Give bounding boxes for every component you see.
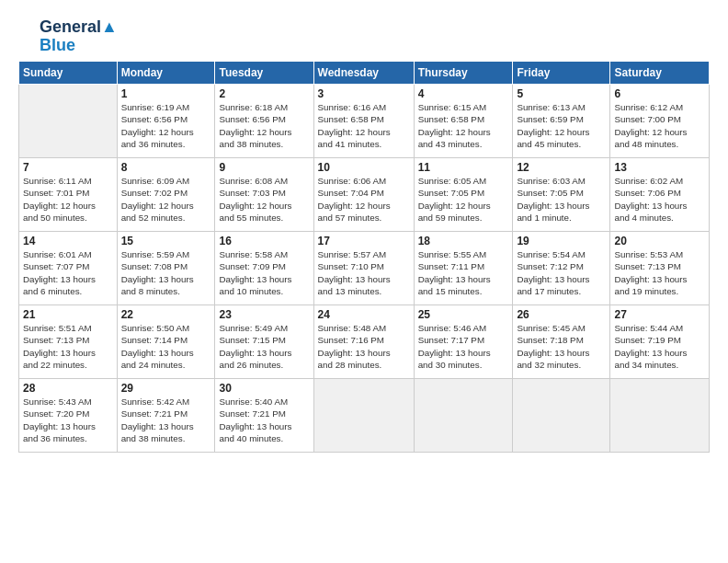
- day-number: 2: [219, 87, 309, 100]
- day-info: Sunrise: 5:45 AMSunset: 7:18 PMDaylight:…: [517, 322, 606, 372]
- day-number: 3: [318, 87, 410, 100]
- day-number: 6: [614, 87, 705, 100]
- calendar-header-tuesday: Tuesday: [215, 61, 313, 84]
- day-info: Sunrise: 5:51 AMSunset: 7:13 PMDaylight:…: [23, 322, 113, 372]
- calendar-cell: 20Sunrise: 5:53 AMSunset: 7:13 PMDayligh…: [610, 231, 710, 304]
- day-info: Sunrise: 5:53 AMSunset: 7:13 PMDaylight:…: [614, 248, 705, 298]
- calendar-cell: 13Sunrise: 6:02 AMSunset: 7:06 PMDayligh…: [610, 157, 710, 231]
- calendar-cell: 4Sunrise: 6:15 AMSunset: 6:58 PMDaylight…: [414, 84, 513, 157]
- day-number: 8: [121, 161, 211, 174]
- calendar-cell: 23Sunrise: 5:49 AMSunset: 7:15 PMDayligh…: [215, 304, 313, 378]
- day-number: 19: [517, 235, 606, 247]
- day-number: 18: [418, 235, 509, 247]
- day-info: Sunrise: 5:42 AMSunset: 7:21 PMDaylight:…: [121, 396, 211, 445]
- calendar-cell: [610, 378, 710, 452]
- day-info: Sunrise: 6:03 AMSunset: 7:05 PMDaylight:…: [517, 175, 606, 224]
- day-info: Sunrise: 5:55 AMSunset: 7:11 PMDaylight:…: [418, 248, 509, 298]
- logo: General▲ Blue: [18, 18, 118, 55]
- day-number: 4: [418, 87, 509, 100]
- day-info: Sunrise: 5:49 AMSunset: 7:15 PMDaylight:…: [219, 322, 309, 372]
- calendar-cell: 21Sunrise: 5:51 AMSunset: 7:13 PMDayligh…: [19, 304, 118, 378]
- day-info: Sunrise: 5:43 AMSunset: 7:20 PMDaylight:…: [23, 396, 113, 445]
- day-number: 24: [318, 308, 410, 321]
- calendar-cell: 18Sunrise: 5:55 AMSunset: 7:11 PMDayligh…: [414, 231, 513, 304]
- calendar-cell: 11Sunrise: 6:05 AMSunset: 7:05 PMDayligh…: [414, 157, 513, 231]
- calendar-cell: 10Sunrise: 6:06 AMSunset: 7:04 PMDayligh…: [313, 157, 414, 231]
- day-number: 12: [517, 161, 606, 174]
- day-info: Sunrise: 6:02 AMSunset: 7:06 PMDaylight:…: [614, 175, 705, 224]
- calendar-cell: 26Sunrise: 5:45 AMSunset: 7:18 PMDayligh…: [513, 304, 610, 378]
- day-info: Sunrise: 6:18 AMSunset: 6:56 PMDaylight:…: [219, 101, 309, 151]
- calendar-week-5: 28Sunrise: 5:43 AMSunset: 7:20 PMDayligh…: [19, 378, 710, 452]
- day-info: Sunrise: 5:40 AMSunset: 7:21 PMDaylight:…: [219, 396, 309, 445]
- day-number: 11: [418, 161, 509, 174]
- day-number: 5: [517, 87, 606, 100]
- day-info: Sunrise: 5:54 AMSunset: 7:12 PMDaylight:…: [517, 248, 606, 298]
- calendar-cell: 8Sunrise: 6:09 AMSunset: 7:02 PMDaylight…: [117, 157, 215, 231]
- calendar-cell: 3Sunrise: 6:16 AMSunset: 6:58 PMDaylight…: [313, 84, 414, 157]
- calendar-cell: [19, 84, 118, 157]
- calendar-cell: [513, 378, 610, 452]
- calendar-cell: 6Sunrise: 6:12 AMSunset: 7:00 PMDaylight…: [610, 84, 710, 157]
- calendar-header-wednesday: Wednesday: [313, 61, 414, 84]
- calendar-cell: 19Sunrise: 5:54 AMSunset: 7:12 PMDayligh…: [513, 231, 610, 304]
- calendar-cell: 1Sunrise: 6:19 AMSunset: 6:56 PMDaylight…: [117, 84, 215, 157]
- day-number: 1: [121, 87, 211, 100]
- calendar-cell: 9Sunrise: 6:08 AMSunset: 7:03 PMDaylight…: [215, 157, 313, 231]
- calendar-cell: 15Sunrise: 5:59 AMSunset: 7:08 PMDayligh…: [117, 231, 215, 304]
- day-info: Sunrise: 6:15 AMSunset: 6:58 PMDaylight:…: [418, 101, 509, 151]
- calendar-cell: 12Sunrise: 6:03 AMSunset: 7:05 PMDayligh…: [513, 157, 610, 231]
- day-info: Sunrise: 5:59 AMSunset: 7:08 PMDaylight:…: [121, 248, 211, 298]
- calendar-cell: 14Sunrise: 6:01 AMSunset: 7:07 PMDayligh…: [19, 231, 118, 304]
- day-info: Sunrise: 6:08 AMSunset: 7:03 PMDaylight:…: [219, 175, 309, 224]
- day-number: 10: [318, 161, 410, 174]
- calendar-header-sunday: Sunday: [19, 61, 118, 84]
- calendar-cell: 5Sunrise: 6:13 AMSunset: 6:59 PMDaylight…: [513, 84, 610, 157]
- day-number: 20: [614, 235, 705, 247]
- day-info: Sunrise: 5:44 AMSunset: 7:19 PMDaylight:…: [614, 322, 705, 372]
- day-info: Sunrise: 5:58 AMSunset: 7:09 PMDaylight:…: [219, 248, 309, 298]
- calendar: SundayMondayTuesdayWednesdayThursdayFrid…: [18, 61, 710, 453]
- day-info: Sunrise: 5:50 AMSunset: 7:14 PMDaylight:…: [121, 322, 211, 372]
- day-info: Sunrise: 5:57 AMSunset: 7:10 PMDaylight:…: [318, 248, 410, 298]
- calendar-cell: 24Sunrise: 5:48 AMSunset: 7:16 PMDayligh…: [313, 304, 414, 378]
- day-number: 28: [23, 382, 113, 395]
- day-number: 9: [219, 161, 309, 174]
- day-info: Sunrise: 6:16 AMSunset: 6:58 PMDaylight:…: [318, 101, 410, 151]
- day-number: 29: [121, 382, 211, 395]
- calendar-week-2: 7Sunrise: 6:11 AMSunset: 7:01 PMDaylight…: [19, 157, 710, 231]
- day-info: Sunrise: 5:48 AMSunset: 7:16 PMDaylight:…: [318, 322, 410, 372]
- calendar-cell: 17Sunrise: 5:57 AMSunset: 7:10 PMDayligh…: [313, 231, 414, 304]
- calendar-week-3: 14Sunrise: 6:01 AMSunset: 7:07 PMDayligh…: [19, 231, 710, 304]
- day-number: 26: [517, 308, 606, 321]
- page: General▲ Blue SundayMondayTuesdayWednesd…: [0, 0, 728, 462]
- calendar-header-thursday: Thursday: [414, 61, 513, 84]
- day-number: 14: [23, 235, 113, 247]
- day-info: Sunrise: 6:09 AMSunset: 7:02 PMDaylight:…: [121, 175, 211, 224]
- day-info: Sunrise: 5:46 AMSunset: 7:17 PMDaylight:…: [418, 322, 509, 372]
- calendar-header-friday: Friday: [513, 61, 610, 84]
- day-number: 21: [23, 308, 113, 321]
- calendar-cell: 25Sunrise: 5:46 AMSunset: 7:17 PMDayligh…: [414, 304, 513, 378]
- day-number: 16: [219, 235, 309, 247]
- calendar-cell: 28Sunrise: 5:43 AMSunset: 7:20 PMDayligh…: [19, 378, 118, 452]
- day-info: Sunrise: 6:11 AMSunset: 7:01 PMDaylight:…: [23, 175, 113, 224]
- calendar-cell: [414, 378, 513, 452]
- calendar-cell: 27Sunrise: 5:44 AMSunset: 7:19 PMDayligh…: [610, 304, 710, 378]
- day-number: 23: [219, 308, 309, 321]
- calendar-cell: 7Sunrise: 6:11 AMSunset: 7:01 PMDaylight…: [19, 157, 118, 231]
- calendar-week-4: 21Sunrise: 5:51 AMSunset: 7:13 PMDayligh…: [19, 304, 710, 378]
- day-info: Sunrise: 6:12 AMSunset: 7:00 PMDaylight:…: [614, 101, 705, 151]
- day-number: 13: [614, 161, 705, 174]
- calendar-header-monday: Monday: [117, 61, 215, 84]
- day-number: 17: [318, 235, 410, 247]
- day-info: Sunrise: 6:13 AMSunset: 6:59 PMDaylight:…: [517, 101, 606, 151]
- calendar-header-saturday: Saturday: [610, 61, 710, 84]
- calendar-cell: [313, 378, 414, 452]
- logo-text: General▲ Blue: [40, 18, 118, 55]
- header: General▲ Blue: [18, 15, 710, 55]
- calendar-cell: 29Sunrise: 5:42 AMSunset: 7:21 PMDayligh…: [117, 378, 215, 452]
- day-number: 7: [23, 161, 113, 174]
- day-number: 30: [219, 382, 309, 395]
- calendar-cell: 22Sunrise: 5:50 AMSunset: 7:14 PMDayligh…: [117, 304, 215, 378]
